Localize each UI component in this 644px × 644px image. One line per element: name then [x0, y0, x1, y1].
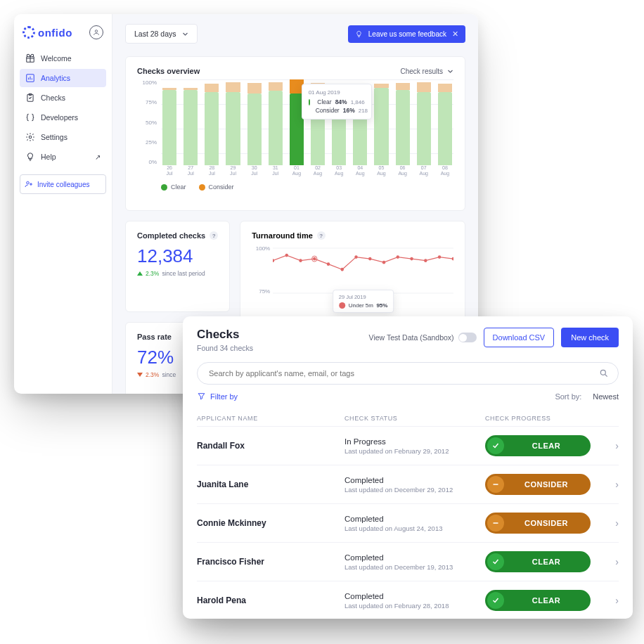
chevron-right-icon: ›: [607, 440, 619, 451]
chart-bar[interactable]: [394, 79, 411, 165]
svg-point-0: [95, 30, 97, 32]
sidebar: onfido WelcomeAnalyticsChecksDevelopersS…: [14, 14, 112, 394]
turnaround-title: Turnaround time: [252, 231, 313, 240]
user-plus-icon: [25, 180, 33, 188]
table-row[interactable]: Harold Pena CompletedLast updated on Feb…: [197, 581, 619, 619]
chevron-down-icon: [182, 31, 188, 37]
help-icon[interactable]: ?: [210, 231, 218, 240]
check-icon: [491, 558, 500, 566]
toolbar: Last 28 days Leave us some feedback ✕: [125, 24, 465, 44]
minus-icon: [491, 480, 500, 489]
applicant-name: Juanita Lane: [197, 479, 344, 489]
completed-checks-card: Completed checks ? 12,384 2.3% since las…: [125, 221, 230, 312]
svg-point-15: [341, 268, 344, 271]
overview-chart: 100%75%50%25%0% 26Jul27Jul28Jul29Jul30Ju…: [137, 79, 453, 178]
svg-point-14: [327, 262, 330, 266]
sidebar-item-checks[interactable]: Checks: [20, 89, 106, 107]
gift-icon: [25, 53, 35, 63]
chart-bar[interactable]: [224, 79, 241, 165]
check-status: In Progress: [344, 437, 485, 446]
svg-point-12: [313, 257, 316, 261]
search-icon: [599, 368, 609, 378]
last-updated: Last updated on February 28, 2018: [344, 602, 485, 610]
feedback-label: Leave us some feedback: [368, 30, 446, 38]
table-row[interactable]: Francisco Fisher CompletedLast updated o…: [197, 542, 619, 581]
checks-subtitle: Found 34 checks: [197, 344, 253, 352]
check-results-dropdown[interactable]: Check results: [400, 67, 453, 75]
progress-pill-clear: CLEAR: [485, 551, 591, 572]
filter-by-button[interactable]: Filter by: [197, 392, 238, 401]
chevron-right-icon: ›: [607, 517, 619, 529]
applicant-name: Francisco Fisher: [197, 557, 344, 567]
svg-point-9: [273, 259, 274, 262]
legend-consider-dot: [199, 184, 205, 191]
svg-point-6: [27, 181, 30, 184]
sidebar-item-help[interactable]: Help↗: [20, 148, 106, 166]
minus-icon: [491, 519, 500, 527]
svg-point-11: [300, 259, 302, 262]
external-link-icon: ↗: [95, 153, 101, 161]
feedback-banner[interactable]: Leave us some feedback ✕: [348, 25, 465, 43]
sidebar-item-analytics[interactable]: Analytics: [20, 69, 106, 87]
chart-tooltip: 01 Aug 2019Clear84%1,846Consider16%218: [302, 84, 372, 120]
bulb-icon: [25, 152, 35, 162]
turnaround-tooltip: 29 Jul 2019Under 5m 95%: [333, 290, 394, 313]
triangle-down-icon: [137, 373, 143, 377]
brand-name: onfido: [38, 27, 72, 39]
chart-bar[interactable]: [182, 79, 199, 165]
user-icon: [93, 29, 100, 36]
sort-by-selector[interactable]: Newest: [593, 392, 619, 401]
check-status: Completed: [344, 592, 485, 600]
sandbox-toggle[interactable]: [458, 333, 477, 342]
last-updated: Last updated on December 29, 2012: [344, 486, 485, 494]
progress-pill-consider: CONSIDER: [485, 513, 591, 534]
chart-bar[interactable]: [416, 79, 432, 165]
svg-point-10: [285, 254, 288, 257]
date-range-selector[interactable]: Last 28 days: [125, 24, 198, 44]
svg-point-5: [29, 136, 32, 139]
chart-bar[interactable]: [161, 79, 178, 165]
table-row[interactable]: Connie Mckinney CompletedLast updated on…: [197, 503, 619, 542]
svg-point-22: [438, 255, 441, 259]
sidebar-item-developers[interactable]: Developers: [20, 108, 106, 127]
chart-bar[interactable]: [437, 79, 453, 165]
chevron-right-icon: ›: [607, 556, 619, 567]
svg-point-18: [382, 261, 385, 264]
col-check-progress: CHECK PROGRESS: [485, 415, 619, 422]
chart-bar[interactable]: [267, 79, 284, 165]
sidebar-item-welcome[interactable]: Welcome: [20, 49, 106, 67]
new-check-button[interactable]: New check: [561, 328, 619, 347]
pass-title: Pass rate: [137, 333, 172, 341]
search-input[interactable]: [197, 362, 619, 385]
invite-colleagues-button[interactable]: Invite colleagues: [20, 174, 106, 194]
help-icon[interactable]: ?: [317, 231, 326, 240]
filter-icon: [197, 392, 206, 401]
account-avatar-button[interactable]: [89, 25, 103, 39]
check-status: Completed: [344, 476, 485, 484]
applicant-name: Connie Mckinney: [197, 518, 344, 528]
last-updated: Last updated on February 29, 2012: [344, 447, 485, 455]
svg-point-19: [397, 255, 399, 259]
sandbox-label: View Test Data (Sandbox): [369, 333, 454, 342]
brand: onfido: [20, 22, 106, 49]
close-icon[interactable]: ✕: [452, 30, 458, 39]
gear-icon: [25, 132, 35, 142]
svg-point-24: [600, 370, 605, 375]
legend-clear-dot: [161, 184, 167, 191]
chart-bar[interactable]: [246, 79, 263, 165]
svg-point-17: [368, 257, 371, 261]
chart-bar[interactable]: [373, 79, 389, 165]
download-csv-button[interactable]: Download CSV: [484, 328, 555, 347]
table-row[interactable]: Randall Fox In ProgressLast updated on F…: [197, 426, 619, 465]
clipboard-icon: [25, 93, 35, 103]
table-row[interactable]: Juanita Lane CompletedLast updated on De…: [197, 465, 619, 503]
chart-bar[interactable]: [203, 79, 220, 165]
completed-delta: 2.3% since last period: [137, 270, 218, 277]
triangle-up-icon: [137, 271, 143, 276]
chevron-down-icon: [447, 68, 453, 75]
sidebar-item-settings[interactable]: Settings: [20, 128, 106, 146]
completed-title: Completed checks: [137, 231, 205, 240]
check-icon: [491, 596, 500, 605]
chevron-right-icon: ›: [607, 479, 619, 490]
bar-chart-icon: [25, 73, 35, 83]
